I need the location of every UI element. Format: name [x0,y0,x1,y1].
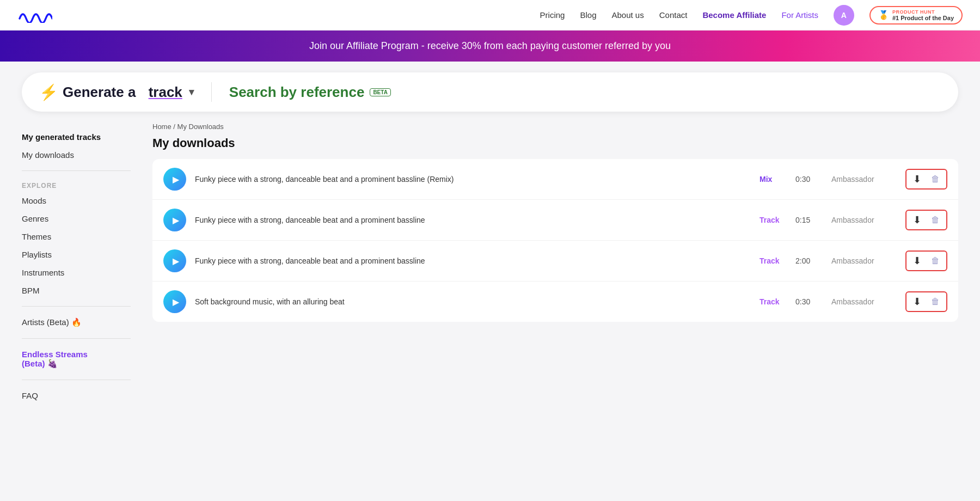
nav-links: Pricing Blog About us Contact Become Aff… [540,5,963,26]
logo[interactable] [17,8,52,23]
track-duration: 0:15 [795,216,823,224]
play-icon: ▶ [173,256,179,266]
sidebar-item-my-downloads[interactable]: My downloads [22,146,131,164]
nav-contact[interactable]: Contact [659,10,688,20]
avatar[interactable]: A [834,5,854,26]
track-type[interactable]: Mix [759,175,787,184]
explore-label: EXPLORE [22,178,131,192]
search-label: Search by reference [229,84,365,101]
search-bar: ⚡ Generate a track ▾ Search by reference… [22,72,958,112]
table-row: ▶ Funky piece with a strong, danceable b… [152,241,958,282]
sidebar-item-faq[interactable]: FAQ [22,387,131,405]
play-button[interactable]: ▶ [163,168,186,191]
sidebar-item-bpm[interactable]: BPM [22,282,131,300]
track-actions: ⬇ 🗑 [905,169,947,190]
sidebar-item-my-generated-tracks[interactable]: My generated tracks [22,128,131,146]
search-by-reference-button[interactable]: Search by reference BETA [229,84,391,101]
table-row: ▶ Funky piece with a strong, danceable b… [152,200,958,241]
breadcrumb-separator: / [173,123,175,131]
track-duration: 0:30 [795,175,823,184]
endless-streams-label: Endless Streams [22,350,88,359]
track-duration: 2:00 [795,256,823,265]
generate-track-button[interactable]: ⚡ Generate a track ▾ [39,83,194,101]
play-button[interactable]: ▶ [163,249,186,272]
track-description: Soft background music, with an alluring … [195,297,751,306]
product-hunt-tagline: #1 Product of the Day [892,15,954,21]
lightning-icon: ⚡ [39,83,58,101]
track-description: Funky piece with a strong, danceable bea… [195,175,751,184]
sidebar-item-themes[interactable]: Themes [22,228,131,246]
navbar: Pricing Blog About us Contact Become Aff… [0,0,980,30]
nav-become-affiliate[interactable]: Become Affiliate [702,10,766,20]
track-type[interactable]: Track [759,216,787,224]
sidebar-item-moods[interactable]: Moods [22,192,131,210]
download-button[interactable]: ⬇ [911,213,923,227]
nav-blog[interactable]: Blog [580,10,596,20]
play-icon: ▶ [173,174,179,185]
play-button[interactable]: ▶ [163,290,186,313]
sidebar-divider-3 [22,338,131,339]
track-type[interactable]: Track [759,297,787,306]
sidebar-divider-2 [22,306,131,307]
track-description: Funky piece with a strong, danceable bea… [195,256,751,265]
play-icon: ▶ [173,215,179,225]
download-button[interactable]: ⬇ [911,172,923,186]
play-button[interactable]: ▶ [163,209,186,231]
track-plan: Ambassador [831,175,897,184]
sidebar-item-genres[interactable]: Genres [22,210,131,228]
track-description: Funky piece with a strong, danceable bea… [195,216,751,224]
main-layout: My generated tracks My downloads EXPLORE… [0,123,980,405]
endless-streams-beta-label: (Beta) 🍇 [22,359,58,368]
chevron-down-icon: ▾ [189,86,194,98]
breadcrumb-home[interactable]: Home [152,123,171,131]
sidebar-item-artists-beta[interactable]: Artists (Beta) 🔥 [22,313,131,332]
delete-button[interactable]: 🗑 [929,214,942,226]
nav-for-artists[interactable]: For Artists [781,10,818,20]
nav-pricing[interactable]: Pricing [540,10,565,20]
affiliate-banner[interactable]: Join our Affiliate Program - receive 30%… [0,30,980,62]
download-button[interactable]: ⬇ [911,254,923,268]
delete-button[interactable]: 🗑 [929,173,942,185]
track-plan: Ambassador [831,216,897,224]
product-hunt-label: PRODUCT HUNT [892,9,954,15]
main-content: Home / My Downloads My downloads ▶ Funky… [142,123,958,405]
sidebar-item-endless-streams[interactable]: Endless Streams (Beta) 🍇 [22,345,131,373]
breadcrumb: Home / My Downloads [152,123,958,131]
medal-icon: 🥇 [878,10,889,20]
track-actions: ⬇ 🗑 [905,250,947,271]
breadcrumb-current: My Downloads [177,123,224,131]
track-plan: Ambassador [831,297,897,306]
play-icon: ▶ [173,297,179,307]
track-actions: ⬇ 🗑 [905,291,947,312]
page-title: My downloads [152,136,958,150]
track-list: ▶ Funky piece with a strong, danceable b… [152,159,958,322]
table-row: ▶ Funky piece with a strong, danceable b… [152,159,958,200]
sidebar-divider-4 [22,380,131,380]
track-type[interactable]: Track [759,256,787,265]
beta-badge: BETA [370,88,390,96]
product-hunt-badge: 🥇 PRODUCT HUNT #1 Product of the Day [869,6,963,25]
track-duration: 0:30 [795,297,823,306]
sidebar-divider-1 [22,170,131,171]
sidebar: My generated tracks My downloads EXPLORE… [22,123,142,405]
banner-text: Join our Affiliate Program - receive 30%… [309,40,671,51]
nav-about[interactable]: About us [612,10,644,20]
delete-button[interactable]: 🗑 [929,296,942,308]
track-plan: Ambassador [831,256,897,265]
generate-label: Generate a [63,84,136,101]
sidebar-item-instruments[interactable]: Instruments [22,264,131,282]
table-row: ▶ Soft background music, with an allurin… [152,282,958,322]
track-keyword: track [149,84,182,101]
delete-button[interactable]: 🗑 [929,255,942,267]
track-actions: ⬇ 🗑 [905,210,947,230]
sidebar-item-playlists[interactable]: Playlists [22,246,131,264]
download-button[interactable]: ⬇ [911,295,923,309]
divider [211,82,212,102]
